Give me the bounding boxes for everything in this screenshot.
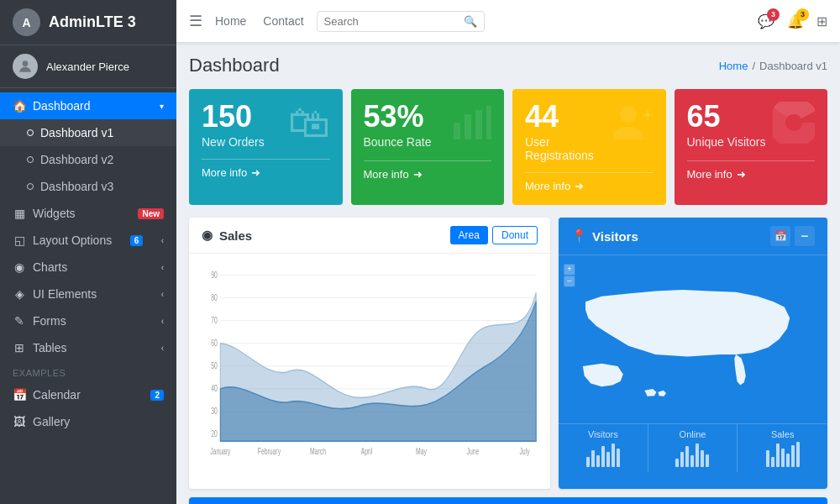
sidebar-item-gallery[interactable]: 🖼 Gallery bbox=[0, 408, 176, 435]
svg-text:50: 50 bbox=[211, 360, 218, 370]
chevron-down-icon: ▾ bbox=[160, 102, 164, 111]
svg-text:–: – bbox=[567, 276, 571, 285]
circle-icon bbox=[27, 129, 34, 136]
visitors-stat-label: Visitors bbox=[567, 429, 639, 439]
calendar-tool-button[interactable]: 📅 bbox=[770, 226, 790, 246]
sidebar-item-forms[interactable]: ✎ Forms ‹ bbox=[0, 307, 176, 334]
notifications-button[interactable]: 🔔 3 bbox=[787, 13, 804, 29]
sidebar-item-tables[interactable]: ⊞ Tables ‹ bbox=[0, 334, 176, 361]
messages-button[interactable]: 💬 3 bbox=[758, 13, 774, 29]
tables-icon: ⊞ bbox=[13, 341, 26, 354]
orders-more-info[interactable]: More info ➜ bbox=[202, 159, 330, 179]
sidebar-item-dashboard-v3[interactable]: Dashboard v3 bbox=[0, 173, 176, 200]
sidebar-item-label: Dashboard v2 bbox=[40, 153, 113, 166]
info-box-registrations[interactable]: 44 User Registrations More info bbox=[512, 89, 666, 205]
sidebar-item-label: Widgets bbox=[33, 207, 76, 220]
visitors-stat-sales: Sales bbox=[738, 424, 827, 472]
breadcrumb-home[interactable]: Home bbox=[719, 60, 748, 72]
sidebar-item-label: Gallery bbox=[33, 415, 70, 428]
svg-text:70: 70 bbox=[211, 315, 218, 325]
topbar-nav-contact[interactable]: Contact bbox=[263, 14, 303, 28]
svg-text:March: March bbox=[310, 446, 326, 456]
sales-card: ◉ Sales Area Donut bbox=[189, 218, 550, 489]
svg-rect-4 bbox=[486, 106, 491, 139]
bar-chart-icon bbox=[449, 102, 491, 150]
svg-text:80: 80 bbox=[211, 292, 218, 302]
notifications-badge: 3 bbox=[796, 8, 809, 21]
sidebar-item-label: Calendar bbox=[33, 388, 81, 402]
sidebar-item-label: Forms bbox=[33, 314, 66, 328]
sales-chart: 90 80 70 60 50 40 30 20 bbox=[197, 262, 542, 480]
info-box-orders[interactable]: 150 New Orders 🛍 More info ➜ bbox=[189, 89, 343, 205]
chevron-left-icon: ‹ bbox=[161, 290, 164, 299]
page-title: Dashboard bbox=[189, 55, 280, 76]
sidebar-toggle-button[interactable]: ☰ bbox=[189, 12, 202, 30]
svg-text:30: 30 bbox=[211, 407, 218, 417]
search-icon[interactable]: 🔍 bbox=[464, 15, 477, 28]
dashboard-row: ◉ Sales Area Donut bbox=[189, 218, 827, 489]
map-pin-icon: 📍 bbox=[571, 228, 587, 244]
donut-button[interactable]: Donut bbox=[492, 226, 538, 244]
arrow-right-icon: ➜ bbox=[251, 166, 260, 179]
search-input[interactable] bbox=[324, 15, 459, 28]
dashboard-icon: 🏠 bbox=[13, 99, 26, 113]
svg-point-5 bbox=[620, 106, 637, 123]
visitors-card-header: 📍 Visitors 📅 – bbox=[559, 218, 827, 255]
sidebar-item-label: Dashboard v3 bbox=[40, 180, 113, 193]
arrow-right-icon: ➜ bbox=[413, 168, 423, 181]
sidebar-item-layout[interactable]: ◱ Layout Options 6 ‹ bbox=[0, 227, 176, 254]
topbar-nav-home[interactable]: Home bbox=[215, 14, 246, 28]
sales-card-body: 90 80 70 60 50 40 30 20 bbox=[189, 254, 550, 489]
examples-section-label: EXAMPLES bbox=[0, 361, 176, 381]
breadcrumb-separator: / bbox=[752, 60, 755, 72]
visitors-card-title: 📍 Visitors bbox=[571, 228, 638, 244]
sidebar-item-dashboard[interactable]: 🏠 Dashboard ▾ bbox=[0, 92, 176, 119]
sidebar: A AdminLTE 3 Alexander Pierce 🏠 Dashboar… bbox=[0, 0, 176, 504]
registrations-more-info[interactable]: More info ➜ bbox=[525, 172, 654, 192]
visitors-card-tools: 📅 – bbox=[770, 226, 815, 246]
svg-text:40: 40 bbox=[211, 383, 218, 393]
sidebar-item-ui-elements[interactable]: ◈ UI Elements ‹ bbox=[0, 281, 176, 307]
topbar-search-box[interactable]: 🔍 bbox=[317, 11, 485, 32]
sidebar-item-dashboard-v2[interactable]: Dashboard v2 bbox=[0, 146, 176, 173]
registrations-number: 44 bbox=[525, 102, 612, 132]
count-badge: 2 bbox=[150, 390, 164, 401]
info-box-visitors[interactable]: 65 Unique Visitors More info ➜ bbox=[675, 89, 828, 205]
user-plus-icon bbox=[612, 102, 654, 150]
svg-text:June: June bbox=[467, 446, 480, 456]
new-badge: New bbox=[138, 208, 164, 219]
sales-chart-svg: 90 80 70 60 50 40 30 20 bbox=[197, 266, 542, 476]
sidebar-item-calendar[interactable]: 📅 Calendar 2 bbox=[0, 381, 176, 408]
svg-text:+: + bbox=[567, 265, 571, 273]
bounce-more-info[interactable]: More info ➜ bbox=[364, 160, 492, 181]
user-avatar-icon bbox=[17, 58, 34, 75]
svg-rect-1 bbox=[454, 123, 460, 139]
sidebar-item-dashboard-v1[interactable]: Dashboard v1 bbox=[0, 119, 176, 146]
svg-point-0 bbox=[23, 60, 29, 66]
area-button[interactable]: Area bbox=[450, 226, 488, 244]
sidebar-item-charts[interactable]: ◉ Charts ‹ bbox=[0, 254, 176, 281]
sidebar-item-label: UI Elements bbox=[33, 287, 97, 301]
svg-text:January: January bbox=[210, 446, 231, 456]
svg-rect-3 bbox=[475, 110, 482, 139]
visitors-number: 65 bbox=[687, 102, 766, 132]
breadcrumb-current: Dashboard v1 bbox=[759, 60, 827, 72]
info-box-bounce[interactable]: 53% Bounce Rate More info ➜ bbox=[351, 89, 505, 205]
sales-stat-label: Sales bbox=[746, 429, 819, 439]
circle-icon bbox=[27, 156, 34, 163]
sidebar-item-widgets[interactable]: ▦ Widgets New bbox=[0, 200, 176, 227]
sidebar-item-label: Layout Options bbox=[33, 234, 112, 247]
svg-text:February: February bbox=[258, 446, 281, 456]
usa-map-svg: + – bbox=[559, 255, 827, 423]
sidebar-logo: A bbox=[13, 8, 40, 36]
ui-elements-icon: ◈ bbox=[13, 287, 26, 301]
visitors-more-info[interactable]: More info ➜ bbox=[687, 160, 816, 181]
minimize-button[interactable]: – bbox=[795, 226, 815, 246]
direct-chat-card: 💬 Direct Chat 1 ⊕ – ✕ bbox=[189, 497, 827, 504]
sidebar-item-label: Dashboard v1 bbox=[40, 126, 113, 139]
avatar bbox=[13, 54, 38, 79]
count-badge: 6 bbox=[130, 235, 144, 246]
chevron-left-icon: ‹ bbox=[161, 344, 164, 353]
sales-card-title: ◉ Sales bbox=[202, 228, 252, 243]
apps-button[interactable]: ⊞ bbox=[816, 13, 827, 29]
